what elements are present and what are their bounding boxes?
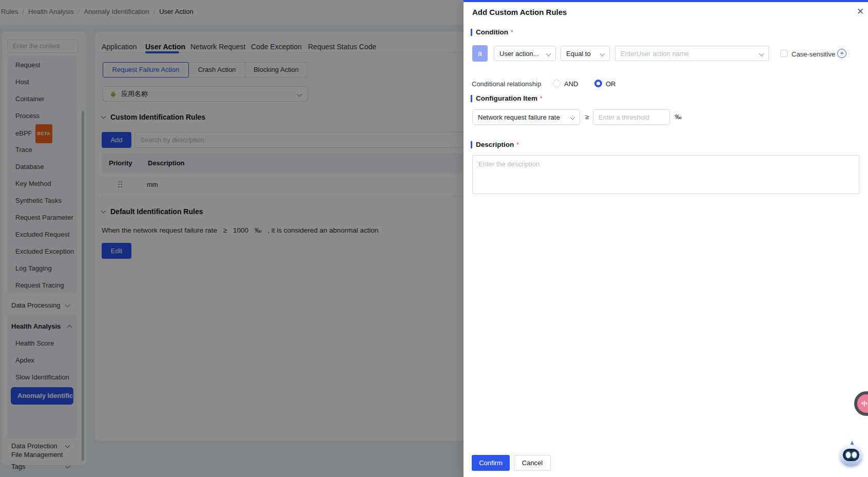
condition-section-header: Condition *	[471, 28, 513, 36]
robot-eye-icon	[852, 452, 857, 458]
chevron-down-icon	[570, 115, 575, 120]
description-textarea[interactable]	[472, 155, 859, 194]
required-mark: *	[511, 29, 513, 36]
or-label[interactable]: OR	[606, 80, 616, 88]
condition-operator-select[interactable]: Equal to	[561, 46, 610, 61]
threshold-input[interactable]	[593, 109, 670, 125]
condition-index-badge: a	[472, 45, 488, 62]
close-icon[interactable]: ✕	[857, 6, 864, 17]
translate-icon: 中A	[857, 394, 868, 413]
confirm-button[interactable]: Confirm	[472, 455, 510, 471]
condition-field-select[interactable]: User action...	[494, 46, 556, 61]
chevron-down-icon	[759, 51, 764, 56]
and-label[interactable]: AND	[564, 80, 578, 88]
conditional-relationship-label: Conditional relationship	[472, 80, 541, 88]
robot-face-icon	[843, 449, 859, 461]
or-radio-selected[interactable]	[594, 80, 602, 87]
section-accent-bar	[471, 95, 472, 102]
permille-unit: ‰	[675, 113, 682, 121]
cancel-button[interactable]: Cancel	[514, 455, 551, 471]
metric-select[interactable]: Network request failure rate	[472, 109, 580, 125]
case-sensitive-checkbox[interactable]	[780, 50, 787, 57]
robot-eye-icon	[846, 452, 851, 458]
add-condition-icon[interactable]: +	[837, 49, 846, 58]
add-custom-action-rules-drawer: Add Custom Action Rules ✕ Condition * a …	[464, 0, 868, 477]
section-accent-bar	[471, 29, 472, 36]
drawer-title: Add Custom Action Rules	[472, 8, 567, 16]
required-mark: *	[516, 141, 519, 148]
case-sensitive-label: Case-sensitive	[792, 50, 835, 58]
modal-overlay[interactable]	[0, 0, 464, 477]
section-accent-bar	[471, 141, 472, 148]
drawer-accent-bar	[464, 0, 868, 2]
required-mark: *	[540, 95, 543, 102]
and-radio[interactable]	[553, 80, 561, 87]
condition-value-combobox[interactable]: EnterUser action name	[615, 46, 769, 61]
assistant-robot-button[interactable]	[840, 441, 863, 471]
chevron-down-icon	[600, 51, 605, 56]
chevron-down-icon	[546, 51, 551, 56]
configuration-section-header: Configuration Item *	[471, 94, 543, 102]
app-root: Rules/Health Analysis/Anomaly Identifica…	[0, 0, 868, 477]
gte-symbol: ≥	[585, 113, 589, 121]
condition-value-placeholder: EnterUser action name	[621, 50, 689, 58]
description-section-header: Description *	[471, 141, 519, 148]
